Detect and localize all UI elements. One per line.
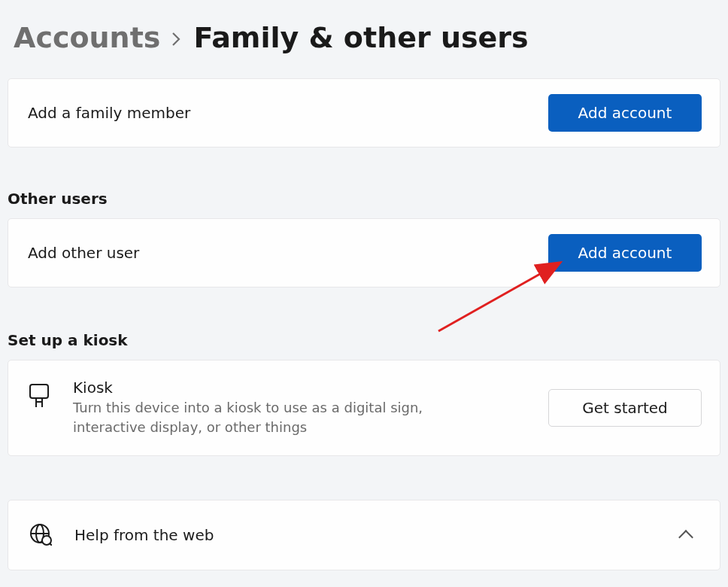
kiosk-left: Kiosk Turn this device into a kiosk to u… [28,379,494,437]
page-title: Family & other users [193,21,528,54]
help-globe-icon [28,522,52,549]
chevron-up-icon [681,528,702,543]
breadcrumb: Accounts Family & other users [0,0,728,78]
svg-line-8 [50,543,52,546]
add-other-user-account-button[interactable]: Add account [548,234,702,272]
add-family-member-row: Add a family member Add account [8,78,720,148]
kiosk-row: Kiosk Turn this device into a kiosk to u… [8,360,720,456]
kiosk-header: Set up a kiosk [0,331,728,360]
help-left: Help from the web [28,522,214,549]
add-other-user-label: Add other user [28,244,139,262]
other-users-header: Other users [0,190,728,218]
kiosk-text: Kiosk Turn this device into a kiosk to u… [73,379,494,437]
help-from-web-row[interactable]: Help from the web [8,500,720,570]
chevron-right-icon [171,27,183,52]
svg-rect-0 [30,385,48,398]
add-family-account-button[interactable]: Add account [548,94,702,132]
help-label: Help from the web [74,526,214,544]
breadcrumb-parent[interactable]: Accounts [14,21,160,54]
kiosk-title: Kiosk [73,379,494,397]
add-family-member-label: Add a family member [28,104,190,122]
add-other-user-row: Add other user Add account [8,218,720,287]
kiosk-description: Turn this device into a kiosk to use as … [73,398,494,437]
kiosk-icon [28,379,50,412]
kiosk-get-started-button[interactable]: Get started [548,389,702,427]
